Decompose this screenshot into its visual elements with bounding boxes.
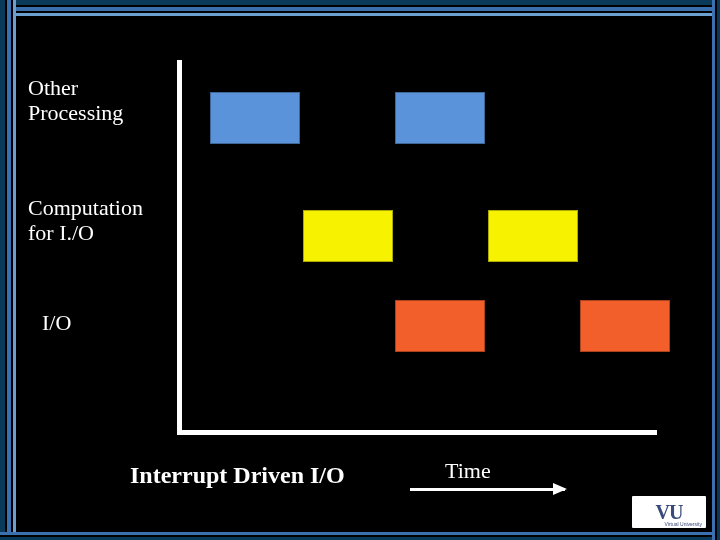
- row-label-computation-io: Computation for I./O: [28, 195, 143, 246]
- row-label-other-processing: Other Processing: [28, 75, 123, 126]
- x-axis-label: Time: [445, 458, 491, 484]
- block-io-2: [580, 300, 670, 352]
- vu-logo: VU Virtual University: [632, 496, 706, 528]
- decorative-border-left: [0, 0, 16, 540]
- decorative-border-right: [712, 0, 720, 540]
- y-axis: [177, 60, 182, 435]
- chart-title: Interrupt Driven I/O: [130, 462, 345, 489]
- block-other-processing-2: [395, 92, 485, 144]
- block-other-processing-1: [210, 92, 300, 144]
- row-label-io: I/O: [42, 310, 71, 335]
- time-arrow: [410, 488, 565, 491]
- decorative-border-top: [0, 0, 720, 16]
- logo-subtitle: Virtual University: [665, 521, 702, 527]
- block-computation-io-1: [303, 210, 393, 262]
- block-io-1: [395, 300, 485, 352]
- x-axis: [177, 430, 657, 435]
- block-computation-io-2: [488, 210, 578, 262]
- decorative-border-bottom: [0, 532, 720, 540]
